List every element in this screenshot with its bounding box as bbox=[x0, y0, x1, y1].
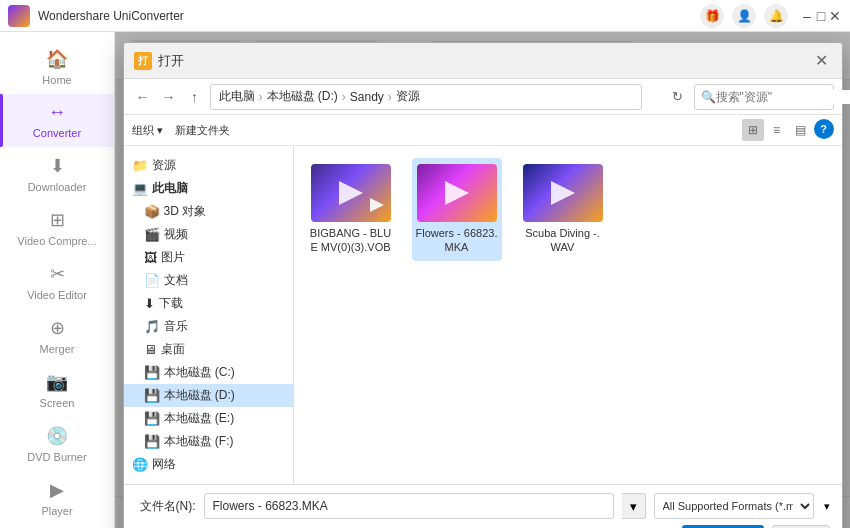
ws-logo-flowers bbox=[439, 175, 475, 211]
tree-item-disk-f[interactable]: 💾 本地磁盘 (F:) bbox=[124, 430, 293, 453]
breadcrumb-pc[interactable]: 此电脑 bbox=[219, 88, 255, 105]
ws-logo-bigbang bbox=[333, 175, 369, 211]
tree-item-disk-e[interactable]: 💾 本地磁盘 (E:) bbox=[124, 407, 293, 430]
tree-item-resources-label: 资源 bbox=[152, 157, 176, 174]
dialog-title: 打开 bbox=[158, 52, 812, 70]
tree-item-desktop[interactable]: 🖥 桌面 bbox=[124, 338, 293, 361]
user-icon[interactable]: 👤 bbox=[732, 4, 756, 28]
sidebar-item-merger[interactable]: ⊕ Merger bbox=[0, 309, 114, 363]
home-icon: 🏠 bbox=[46, 48, 68, 70]
help-button[interactable]: ? bbox=[814, 119, 834, 139]
sidebar-item-video-editor[interactable]: ✂ Video Editor bbox=[0, 255, 114, 309]
dvd-icon: 💿 bbox=[46, 425, 68, 447]
file-item-scuba[interactable]: Scuba Diving -.WAV bbox=[518, 158, 608, 261]
edit-icon: ✂ bbox=[50, 263, 65, 285]
sidebar-item-converter[interactable]: ↔ Converter bbox=[0, 94, 114, 147]
videos-icon: 🎬 bbox=[144, 227, 160, 242]
file-name-scuba: Scuba Diving -.WAV bbox=[522, 226, 604, 255]
view-icon-list-button[interactable]: ≡ bbox=[766, 119, 788, 141]
sidebar-item-home[interactable]: 🏠 Home bbox=[0, 40, 114, 94]
tree-item-pc-label: 此电脑 bbox=[152, 180, 188, 197]
tree-item-disk-d[interactable]: 💾 本地磁盘 (D:) bbox=[124, 384, 293, 407]
file-item-flowers[interactable]: Flowers - 66823.MKA bbox=[412, 158, 502, 261]
svg-marker-2 bbox=[445, 181, 469, 205]
svg-marker-1 bbox=[370, 198, 384, 212]
tree-item-disk-c[interactable]: 💾 本地磁盘 (C:) bbox=[124, 361, 293, 384]
sidebar-item-converter-label: Converter bbox=[33, 127, 81, 139]
file-thumb-scuba bbox=[523, 164, 603, 222]
sidebar-item-ve-label: Video Editor bbox=[27, 289, 87, 301]
bell-icon[interactable]: 🔔 bbox=[764, 4, 788, 28]
file-thumb-flowers bbox=[417, 164, 497, 222]
tree-item-resources[interactable]: 📁 资源 bbox=[124, 154, 293, 177]
tree-item-network[interactable]: 🌐 网络 bbox=[124, 453, 293, 476]
file-dialog: 打 打开 ✕ ← → ↑ 此电脑 › 本地磁盘 (D:) › Sandy › bbox=[123, 42, 843, 528]
sidebar-item-dvd-label: DVD Burner bbox=[27, 451, 86, 463]
close-button[interactable]: ✕ bbox=[828, 9, 842, 23]
gift-icon[interactable]: 🎁 bbox=[700, 4, 724, 28]
format-select[interactable]: All Supported Formats (*.mvf bbox=[654, 493, 814, 519]
tree-item-music-label: 音乐 bbox=[164, 318, 188, 335]
compress-icon: ⊞ bbox=[50, 209, 65, 231]
sidebar-item-video-compressor[interactable]: ⊞ Video Compre... bbox=[0, 201, 114, 255]
desktop-icon: 🖥 bbox=[144, 342, 157, 357]
svg-marker-3 bbox=[551, 181, 575, 205]
player-icon: ▶ bbox=[50, 479, 64, 501]
back-button[interactable]: ← bbox=[132, 86, 154, 108]
view-icon-grid-button[interactable]: ⊞ bbox=[742, 119, 764, 141]
sidebar-item-dvd-burner[interactable]: 💿 DVD Burner bbox=[0, 417, 114, 471]
breadcrumb-disk-d[interactable]: 本地磁盘 (D:) bbox=[267, 88, 338, 105]
tree-item-pc[interactable]: 💻 此电脑 bbox=[124, 177, 293, 200]
tree-item-documents[interactable]: 📄 文档 bbox=[124, 269, 293, 292]
ws-logo-scuba bbox=[545, 175, 581, 211]
refresh-button[interactable]: ↻ bbox=[666, 85, 690, 109]
dialog-bottom: 文件名(N): ▾ All Supported Formats (*.mvf ▾… bbox=[124, 484, 842, 528]
documents-icon: 📄 bbox=[144, 273, 160, 288]
search-input[interactable] bbox=[716, 90, 851, 104]
sidebar-item-vc-label: Video Compre... bbox=[17, 235, 96, 247]
disk-e-icon: 💾 bbox=[144, 411, 160, 426]
view-icons: ⊞ ≡ ▤ ? bbox=[742, 119, 834, 141]
new-folder-button[interactable]: 新建文件夹 bbox=[169, 121, 236, 140]
dialog-close-button[interactable]: ✕ bbox=[812, 51, 832, 71]
tree-item-disk-e-label: 本地磁盘 (E:) bbox=[164, 410, 235, 427]
tree-item-music[interactable]: 🎵 音乐 bbox=[124, 315, 293, 338]
title-bar: Wondershare UniConverter 🎁 👤 🔔 – □ ✕ bbox=[0, 0, 850, 32]
file-name-bigbang: BIGBANG - BLUE MV(0)(3).VOB bbox=[310, 226, 392, 255]
filename-row: 文件名(N): ▾ All Supported Formats (*.mvf ▾ bbox=[136, 493, 830, 519]
tree-item-network-label: 网络 bbox=[152, 456, 176, 473]
tree-item-documents-label: 文档 bbox=[164, 272, 188, 289]
sidebar-item-player[interactable]: ▶ Player bbox=[0, 471, 114, 525]
sidebar-item-downloader[interactable]: ⬇ Downloader bbox=[0, 147, 114, 201]
breadcrumb-sandy[interactable]: Sandy bbox=[350, 90, 384, 104]
app-title: Wondershare UniConverter bbox=[38, 9, 700, 23]
up-button[interactable]: ↑ bbox=[184, 86, 206, 108]
disk-c-icon: 💾 bbox=[144, 365, 160, 380]
dialog-titlebar: 打 打开 ✕ bbox=[124, 43, 842, 79]
tree-item-videos[interactable]: 🎬 视频 bbox=[124, 223, 293, 246]
tree-item-desktop-label: 桌面 bbox=[161, 341, 185, 358]
left-tree: 📁 资源 💻 此电脑 📦 3D 对象 bbox=[124, 150, 293, 480]
tree-item-disk-d-label: 本地磁盘 (D:) bbox=[164, 387, 235, 404]
filename-dropdown-button[interactable]: ▾ bbox=[622, 493, 646, 519]
tree-item-pictures[interactable]: 🖼 图片 bbox=[124, 246, 293, 269]
breadcrumb-current[interactable]: 资源 bbox=[396, 88, 420, 105]
search-box: 🔍 bbox=[694, 84, 834, 110]
tree-item-downloads[interactable]: ⬇ 下载 bbox=[124, 292, 293, 315]
tree-item-3d[interactable]: 📦 3D 对象 bbox=[124, 200, 293, 223]
view-icon-detail-button[interactable]: ▤ bbox=[790, 119, 812, 141]
forward-button[interactable]: → bbox=[158, 86, 180, 108]
filename-input[interactable] bbox=[204, 493, 614, 519]
app-logo bbox=[8, 5, 30, 27]
sidebar-item-screen-label: Screen bbox=[40, 397, 75, 409]
organize-button[interactable]: 组织 ▾ bbox=[132, 123, 163, 138]
tree-item-disk-c-label: 本地磁盘 (C:) bbox=[164, 364, 235, 381]
downloader-icon: ⬇ bbox=[50, 155, 65, 177]
dialog-body: 📁 资源 💻 此电脑 📦 3D 对象 bbox=[124, 146, 842, 484]
sidebar-item-screen-recorder[interactable]: 📷 Screen bbox=[0, 363, 114, 417]
minimize-button[interactable]: – bbox=[800, 9, 814, 23]
network-icon: 🌐 bbox=[132, 457, 148, 472]
maximize-button[interactable]: □ bbox=[814, 9, 828, 23]
file-item-bigbang[interactable]: BIGBANG - BLUE MV(0)(3).VOB bbox=[306, 158, 396, 261]
file-name-flowers: Flowers - 66823.MKA bbox=[416, 226, 498, 255]
